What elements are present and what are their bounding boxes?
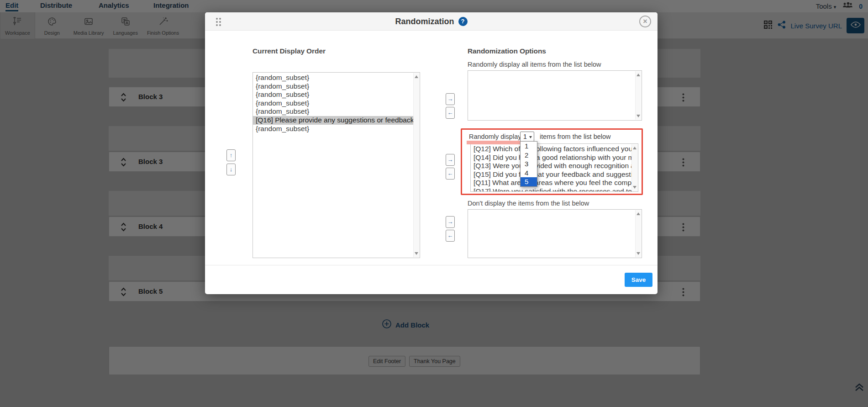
- scroll-down-arrow[interactable]: [637, 115, 640, 117]
- display-order-item[interactable]: {random_subset}: [253, 99, 413, 108]
- display-order-item[interactable]: {random_subset}: [253, 82, 413, 91]
- modal-title: Randomization: [395, 17, 454, 26]
- move-item-up-button[interactable]: ↑: [226, 149, 236, 161]
- scroll-down-arrow[interactable]: [637, 252, 640, 255]
- display-order-listbox[interactable]: {random_subset} {random_subset} {random_…: [253, 72, 420, 258]
- dropdown-option-highlighted[interactable]: 5: [521, 177, 537, 186]
- display-order-item-selected[interactable]: [Q16] Please provide any suggestions or …: [253, 116, 413, 125]
- random-subset-prefix-label: Randomly display: [469, 133, 521, 140]
- subset-item[interactable]: [Q15] Did you feel that your feedback an…: [471, 170, 631, 179]
- subset-item[interactable]: [Q12] Which of the following factors inf…: [471, 145, 631, 153]
- add-to-random-subset-button[interactable]: →: [446, 154, 455, 166]
- scroll-up-arrow[interactable]: [633, 147, 637, 149]
- subset-item[interactable]: [Q13] Were you provided with enough reco…: [471, 162, 631, 170]
- subset-count-dropdown: 1 2 3 4 5: [520, 141, 537, 187]
- chevron-down-icon: [529, 136, 532, 138]
- subset-count-value: 1: [523, 133, 527, 140]
- subset-item[interactable]: [Q14] Did you have a good relationship w…: [471, 153, 631, 162]
- display-order-item[interactable]: {random_subset}: [253, 107, 413, 116]
- move-item-down-button[interactable]: ↓: [226, 164, 236, 175]
- scroll-down-arrow[interactable]: [415, 252, 418, 255]
- screen: Edit Distribute Analytics Integration To…: [0, 0, 868, 407]
- display-order-item[interactable]: {random_subset}: [253, 90, 413, 99]
- dont-display-listbox[interactable]: [468, 209, 642, 258]
- scrollbar[interactable]: [635, 71, 641, 120]
- random-subset-suffix-label: items from the list below: [540, 133, 611, 140]
- tour-highlight-bar: [467, 141, 521, 144]
- left-column-heading: Current Display Order: [253, 47, 326, 55]
- scroll-down-arrow[interactable]: [633, 186, 637, 189]
- modal-footer-divider: [205, 265, 658, 265]
- remove-from-dont-display-button[interactable]: ←: [446, 230, 455, 242]
- random-subset-section: Randomly display 1 items from the list b…: [461, 128, 643, 195]
- dropdown-option[interactable]: 2: [521, 151, 537, 160]
- random-all-label: Randomly display all items from the list…: [468, 61, 601, 68]
- modal-header: Randomization ? ×: [205, 12, 658, 31]
- randomization-modal: Randomization ? × Current Display Order …: [205, 12, 658, 294]
- save-button[interactable]: Save: [625, 273, 652, 287]
- random-all-listbox[interactable]: [468, 70, 642, 121]
- scrollbar[interactable]: [631, 144, 637, 191]
- random-subset-listbox[interactable]: [Q12] Which of the following factors inf…: [470, 143, 638, 192]
- scroll-up-arrow[interactable]: [415, 75, 418, 78]
- remove-from-random-subset-button[interactable]: ←: [446, 168, 455, 180]
- scroll-up-arrow[interactable]: [637, 212, 640, 215]
- right-column-heading: Randomization Options: [468, 47, 546, 55]
- subset-count-select[interactable]: 1: [520, 132, 534, 142]
- add-to-dont-display-button[interactable]: →: [446, 216, 455, 228]
- dont-display-label: Don't display the items from the list be…: [468, 200, 589, 207]
- dropdown-option[interactable]: 1: [521, 142, 537, 151]
- display-order-item[interactable]: {random_subset}: [253, 74, 413, 82]
- remove-from-random-all-button[interactable]: ←: [446, 107, 455, 119]
- subset-item[interactable]: [Q11] What are the areas where you feel …: [471, 179, 631, 187]
- add-to-random-all-button[interactable]: →: [446, 93, 455, 105]
- help-icon[interactable]: ?: [458, 17, 468, 26]
- dropdown-option[interactable]: 4: [521, 169, 537, 178]
- close-icon[interactable]: ×: [639, 16, 651, 27]
- scrollbar[interactable]: [635, 210, 641, 257]
- subset-item[interactable]: [Q17] Were you satisfied with the resour…: [471, 187, 631, 192]
- dropdown-option[interactable]: 3: [521, 159, 537, 169]
- scrollbar[interactable]: [413, 73, 419, 257]
- display-order-item[interactable]: {random_subset}: [253, 125, 413, 133]
- scroll-up-arrow[interactable]: [637, 74, 640, 76]
